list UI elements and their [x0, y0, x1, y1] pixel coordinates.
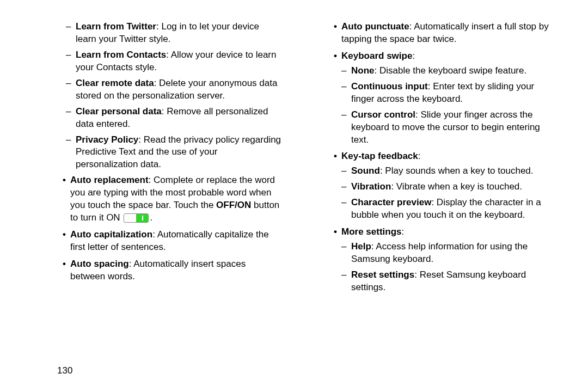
item-term: Character preview — [351, 197, 431, 207]
list-item: Auto punctuate: Automatically insert a f… — [334, 21, 553, 46]
list-item: Auto capitalization: Automatically capit… — [63, 229, 282, 254]
right-column: Auto punctuate: Automatically insert a f… — [287, 21, 575, 392]
item-desc: : Access help information for using the … — [351, 241, 528, 264]
list-item: Keyboard swipe: None: Disable the keyboa… — [334, 50, 553, 146]
item-term: Clear remote data — [76, 78, 154, 88]
offon-label: OFF/ON — [216, 200, 251, 210]
item-term: Vibration — [351, 181, 391, 192]
toggle-on-icon — [124, 213, 149, 223]
list-item: Clear remote data: Delete your anonymous… — [76, 77, 282, 102]
list-item: Clear personal data: Remove all personal… — [76, 106, 282, 131]
list-item: More settings: Help: Access help informa… — [334, 226, 553, 294]
list-item: Vibration: Vibrate when a key is touched… — [351, 181, 553, 193]
item-desc: . — [150, 212, 152, 223]
item-term: Key-tap feedback — [341, 151, 418, 161]
item-desc: : — [412, 51, 415, 61]
item-desc: : — [402, 226, 405, 237]
list-item: Auto replacement: Complete or replace th… — [63, 174, 282, 224]
list-item: Learn from Twitter: Log in to let your d… — [76, 21, 282, 46]
list-item: Key-tap feedback: Sound: Play sounds whe… — [334, 150, 553, 222]
item-term: Auto capitalization — [70, 229, 152, 240]
list-item: Reset settings: Reset Samsung keyboard s… — [351, 269, 553, 294]
item-term: Sound — [351, 166, 380, 176]
item-term: Continuous input — [351, 81, 428, 91]
list-item: Help: Access help information for using … — [351, 241, 553, 266]
item-term: Reset settings — [351, 270, 414, 280]
item-desc: : Vibrate when a key is touched. — [391, 181, 522, 192]
list-item: Sound: Play sounds when a key to touched… — [351, 165, 553, 177]
item-term: Privacy Policy — [76, 134, 138, 145]
item-desc: : — [418, 151, 421, 161]
item-desc: : Disable the keyboard swipe feature. — [375, 65, 527, 76]
list-item: Cursor control: Slide your finger across… — [351, 109, 553, 146]
item-term: Learn from Twitter — [76, 21, 156, 32]
item-term: Keyboard swipe — [341, 51, 412, 61]
manual-page: Learn from Twitter: Log in to let your d… — [0, 0, 588, 392]
item-term: None — [351, 65, 375, 76]
item-term: Auto spacing — [70, 259, 129, 269]
left-column: Learn from Twitter: Log in to let your d… — [0, 21, 287, 392]
list-item: Character preview: Display the character… — [351, 197, 553, 222]
page-number: 130 — [57, 365, 72, 377]
item-term: More settings — [341, 226, 402, 237]
item-term: Help — [351, 241, 371, 252]
item-desc: : Play sounds when a key to touched. — [380, 166, 534, 176]
item-term: Cursor control — [351, 109, 415, 120]
list-item: Privacy Policy: Read the privacy policy … — [76, 134, 282, 171]
item-term: Learn from Contacts — [76, 50, 166, 60]
list-item: Auto spacing: Automatically insert space… — [63, 258, 282, 283]
list-item: None: Disable the keyboard swipe feature… — [351, 65, 553, 77]
list-item: Continuous input: Enter text by sliding … — [351, 81, 553, 106]
item-term: Clear personal data — [76, 106, 162, 117]
item-term: Auto replacement — [70, 175, 149, 185]
item-term: Auto punctuate — [341, 21, 409, 32]
list-item: Learn from Contacts: Allow your device t… — [76, 49, 282, 74]
